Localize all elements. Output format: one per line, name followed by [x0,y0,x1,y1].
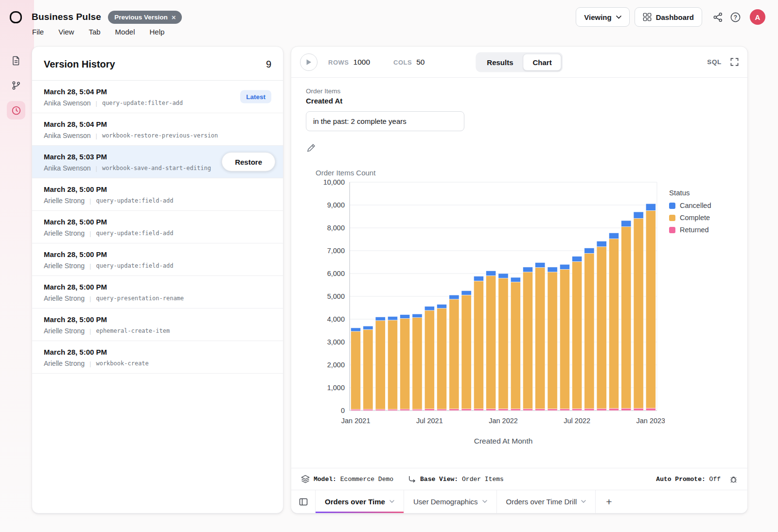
tab-orders-over-time-drill[interactable]: Orders over Time Drill [497,490,596,513]
version-author: Anika Swenson [44,164,91,172]
version-entry[interactable]: March 28, 5:00 PMArielle Strong|query-pr… [32,276,283,309]
svg-text:9,000: 9,000 [327,201,345,209]
legend-label: Returned [680,226,709,234]
svg-text:Jan 2023: Jan 2023 [637,417,665,425]
rows-value: 1000 [354,58,370,67]
menu-model[interactable]: Model [115,28,135,36]
version-entry[interactable]: March 28, 5:03 PMAnika Swenson|workbook-… [32,146,283,178]
version-meta: Arielle Strong|ephemeral-create-item [44,327,271,335]
version-time: March 28, 5:00 PM [44,250,271,258]
version-entry[interactable]: March 28, 5:00 PMArielle Strong|workbook… [32,341,283,374]
version-action: query-update:field-add [96,262,173,269]
version-meta: Arielle Strong|workbook-create [44,360,271,367]
legend-swatch [669,203,675,209]
legend-label: Cancelled [680,202,711,209]
filter-value-input[interactable] [306,111,464,131]
svg-text:?: ? [733,14,737,20]
rows-stat: ROWS 1000 [328,58,370,67]
rail-item-history[interactable] [7,101,25,120]
legend-title: Status [669,189,742,197]
viewing-dropdown[interactable]: Viewing [576,7,629,27]
tab-user-demographics[interactable]: User Demographics [404,490,497,513]
version-author: Anika Swenson [44,132,91,139]
sql-button[interactable]: SQL [707,58,722,66]
version-list: March 28, 5:04 PMAnika Swenson|query-upd… [32,81,283,374]
document-icon [11,56,21,66]
legend-items: CancelledCompleteReturned [669,202,742,234]
legend-swatch [669,215,675,221]
meta-divider: | [96,132,97,139]
version-entry[interactable]: March 28, 5:04 PMAnika Swenson|workbook-… [32,113,283,146]
version-entry[interactable]: March 28, 5:00 PMArielle Strong|query-up… [32,211,283,243]
workbook-tabbar: Orders over TimeUser DemographicsOrders … [291,490,747,513]
previous-version-pill: Previous Version × [108,11,182,24]
legend-swatch [669,227,675,233]
svg-text:Jul 2022: Jul 2022 [564,417,590,425]
app-header: Business Pulse Previous Version × Viewin… [0,0,778,45]
version-entry[interactable]: March 28, 5:00 PMArielle Strong|ephemera… [32,309,283,341]
model-value: Ecommerce Demo [340,476,393,483]
rail-item-branch[interactable] [7,76,25,95]
version-entry[interactable]: March 28, 5:00 PMArielle Strong|query-up… [32,243,283,276]
chart-legend: Status CancelledCompleteReturned [669,189,742,238]
panel-toggle-button[interactable] [291,490,316,513]
meta-divider: | [89,295,91,302]
svg-text:10,000: 10,000 [323,178,345,186]
fullscreen-icon [730,58,739,66]
svg-text:Created At Month: Created At Month [474,437,533,445]
version-count: 9 [266,59,271,70]
svg-text:4,000: 4,000 [327,315,345,323]
version-entry[interactable]: March 28, 5:04 PMAnika Swenson|query-upd… [32,81,283,113]
menu-file[interactable]: File [32,28,44,36]
version-entry[interactable]: March 28, 5:00 PMArielle Strong|query-up… [32,178,283,211]
dashboard-button[interactable]: Dashboard [635,7,702,27]
tab-label: User Demographics [413,498,478,506]
model-label: Model: [314,476,336,483]
svg-text:1,000: 1,000 [327,384,345,392]
avatar[interactable]: A [750,9,765,25]
tab-list: Orders over TimeUser DemographicsOrders … [316,490,596,513]
version-meta: Arielle Strong|query-update:field-add [44,262,271,270]
play-icon [306,59,312,66]
model-statusbar: Model: Ecommerce Demo Base View: Order I… [291,468,747,490]
toolbar-right: SQL [707,58,739,66]
run-query-button[interactable] [300,53,318,71]
menu-view[interactable]: View [58,28,74,36]
meta-divider: | [89,327,91,335]
layers-icon [301,475,310,483]
rail-item-document[interactable] [7,51,25,70]
meta-divider: | [89,360,91,367]
dashboard-label: Dashboard [656,13,694,21]
meta-divider: | [89,262,91,270]
version-action: query-update:field-add [96,230,173,237]
fullscreen-button[interactable] [730,58,739,66]
version-time: March 28, 5:00 PM [44,348,271,356]
help-icon[interactable]: ? [728,10,742,24]
version-author: Arielle Strong [44,197,85,205]
viewing-label: Viewing [584,13,611,21]
version-action: ephemeral-create-item [96,327,170,334]
chart-segment[interactable]: Chart [523,53,562,70]
svg-text:3,000: 3,000 [327,338,345,346]
menu-help[interactable]: Help [149,28,164,36]
meta-divider: | [89,230,91,237]
edit-filter-button[interactable] [307,143,319,154]
flow-arrow-icon [408,475,416,483]
legend-label: Complete [680,214,710,222]
svg-text:6,000: 6,000 [327,270,345,277]
restore-button[interactable]: Restore [222,153,275,172]
bug-icon[interactable] [729,475,738,483]
close-icon[interactable]: × [172,14,176,21]
version-time: March 28, 5:00 PM [44,218,271,226]
base-view-group: Base View: Order Items [408,475,504,483]
add-tab-button[interactable]: + [596,490,622,513]
cols-stat: COLS 50 [393,58,424,67]
filter-view-name: Order Items [306,87,734,95]
tab-orders-over-time[interactable]: Orders over Time [316,490,404,513]
share-icon[interactable] [711,10,725,24]
app-root: Business Pulse Previous Version × Viewin… [0,0,778,532]
base-view-label: Base View: [420,476,458,483]
version-time: March 28, 5:04 PM [44,120,271,128]
results-segment[interactable]: Results [477,53,523,70]
menu-tab[interactable]: Tab [88,28,100,36]
